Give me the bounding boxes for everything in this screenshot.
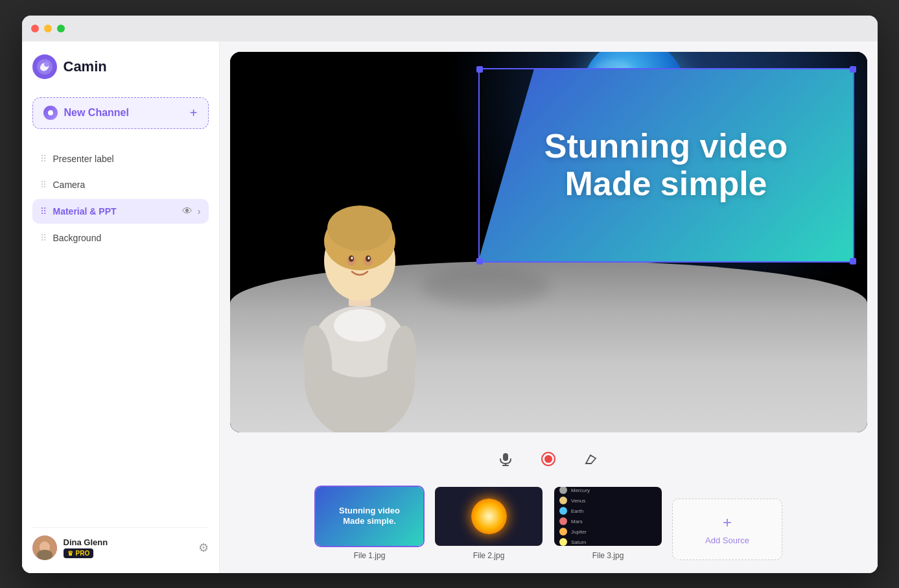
- planet-row-saturn: Saturn: [559, 538, 657, 546]
- logo-icon: [32, 54, 57, 79]
- maximize-btn[interactable]: [57, 25, 65, 32]
- avatar: [32, 535, 57, 560]
- add-source-label: Add Source: [705, 535, 749, 545]
- new-channel-label: New Channel: [64, 107, 129, 119]
- user-info: Dina Glenn ♛ PRO: [32, 535, 108, 560]
- svg-point-2: [44, 62, 49, 67]
- video-preview: Stunning video Made simple: [230, 52, 867, 432]
- layer-item-presenter-label[interactable]: ⠿ Presenter label: [32, 147, 209, 171]
- layer-item-material-ppt[interactable]: ⠿ Material & PPT 👁 ›: [32, 199, 209, 224]
- drag-dots-icon: ⠿: [40, 180, 47, 190]
- layer-actions: 👁 ›: [182, 206, 201, 217]
- file-thumbnail-1: Stunning video Made simple.: [314, 486, 425, 547]
- presenter-svg: [282, 134, 438, 432]
- file-thumb-3[interactable]: Mercury Venus Earth: [553, 486, 663, 560]
- logo-text: Camin: [64, 58, 107, 75]
- planet-row-earth: Earth: [559, 507, 657, 515]
- thumb1-background: Stunning video Made simple.: [316, 487, 423, 546]
- svg-point-21: [334, 309, 386, 342]
- planet-row-jupiter: Jupiter: [559, 528, 657, 535]
- planet-row-mars: Mars: [559, 517, 657, 525]
- planet-dot: [559, 486, 567, 494]
- eraser-icon: [584, 452, 598, 466]
- slide-text-content: Stunning video Made simple: [478, 68, 854, 263]
- planet-dot: [559, 497, 567, 504]
- sun-icon: [471, 499, 507, 534]
- svg-point-6: [37, 550, 53, 560]
- planets-grid: Mercury Venus Earth: [559, 486, 657, 546]
- eye-icon[interactable]: 👁: [182, 206, 193, 217]
- new-channel-plus-icon: +: [190, 106, 198, 121]
- svg-point-26: [544, 455, 552, 463]
- titlebar: [22, 16, 878, 41]
- drag-dots-icon: ⠿: [40, 154, 47, 164]
- planet-dot: [559, 517, 567, 525]
- presenter-figure: [263, 89, 457, 432]
- thumb1-text: Stunning video Made simple.: [339, 506, 400, 526]
- file-thumb-2[interactable]: File 2.jpg: [434, 486, 544, 560]
- microphone-icon: [498, 452, 513, 466]
- microphone-button[interactable]: [491, 444, 520, 474]
- file-label-2: File 2.jpg: [473, 551, 505, 560]
- file-thumbnail-2: [434, 486, 544, 547]
- planet-dot: [559, 507, 567, 515]
- layer-item-background[interactable]: ⠿ Background: [32, 226, 209, 250]
- thumb3-background: Mercury Venus Earth: [554, 487, 662, 546]
- channel-dot-icon: [43, 106, 58, 120]
- user-name: Dina Glenn: [64, 537, 108, 547]
- eraser-button[interactable]: [576, 444, 606, 474]
- pro-badge-label: PRO: [76, 550, 90, 557]
- new-channel-button[interactable]: New Channel +: [32, 97, 209, 129]
- add-source-plus-icon: +: [723, 513, 732, 532]
- new-channel-left: New Channel: [43, 106, 129, 120]
- svg-point-19: [351, 257, 353, 259]
- layer-list: ⠿ Presenter label ⠿ Camera ⠿ Material & …: [32, 147, 209, 519]
- svg-point-3: [48, 110, 53, 115]
- svg-point-14: [327, 206, 392, 251]
- planet-row-venus: Venus: [559, 497, 657, 504]
- crown-icon: ♛: [67, 550, 73, 557]
- slide-overlay[interactable]: Stunning video Made simple: [478, 68, 854, 263]
- sidebar: Camin New Channel + ⠿: [22, 41, 220, 573]
- record-button[interactable]: [533, 444, 563, 474]
- file-thumbnail-3: Mercury Venus Earth: [553, 486, 663, 547]
- chevron-right-icon[interactable]: ›: [198, 206, 201, 217]
- svg-point-20: [368, 257, 369, 259]
- layer-item-camera[interactable]: ⠿ Camera: [32, 173, 209, 196]
- svg-rect-22: [503, 453, 508, 461]
- record-icon: [541, 452, 555, 466]
- slide-content: Stunning video Made simple: [478, 68, 854, 263]
- slide-title: Stunning video Made simple: [544, 128, 788, 202]
- logo-area: Camin: [32, 54, 209, 79]
- file-label-1: File 1.jpg: [354, 551, 386, 560]
- drag-dots-icon: ⠿: [40, 233, 47, 243]
- file-thumb-1[interactable]: Stunning video Made simple. File 1.jpg: [314, 486, 425, 560]
- close-btn[interactable]: [31, 25, 39, 32]
- main-content: Stunning video Made simple: [220, 41, 878, 573]
- add-source-thumb[interactable]: + Add Source: [672, 499, 782, 560]
- pro-badge: ♛ PRO: [64, 548, 94, 558]
- app-window: Camin New Channel + ⠿: [22, 16, 878, 573]
- file-strip: Stunning video Made simple. File 1.jpg: [230, 486, 867, 563]
- planet-row-mercury: Mercury: [559, 486, 657, 494]
- app-body: Camin New Channel + ⠿: [22, 41, 878, 573]
- drag-dots-icon: ⠿: [40, 206, 47, 217]
- settings-icon[interactable]: ⚙: [198, 541, 209, 555]
- thumb2-background: [435, 487, 543, 546]
- minimize-btn[interactable]: [44, 25, 52, 32]
- controls-bar: [230, 441, 867, 476]
- sidebar-footer: Dina Glenn ♛ PRO ⚙: [32, 527, 209, 560]
- file-label-3: File 3.jpg: [592, 551, 624, 560]
- user-details: Dina Glenn ♛ PRO: [64, 537, 108, 558]
- planet-dot: [559, 528, 567, 535]
- planet-dot: [559, 538, 567, 546]
- add-source-area[interactable]: + Add Source: [672, 499, 782, 560]
